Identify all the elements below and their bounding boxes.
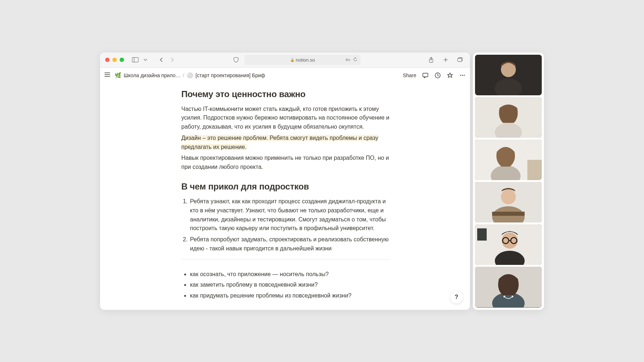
breadcrumb-root[interactable]: Школа дизайна прило… — [124, 72, 181, 78]
tabs-overview-icon[interactable] — [455, 55, 465, 65]
svg-rect-24 — [492, 212, 525, 216]
svg-point-22 — [501, 190, 516, 204]
workspace: 🔒 notion.so ⊕ᴀ — [86, 38, 558, 324]
bullet-list: как осознать, что приложение — носитель … — [181, 270, 390, 300]
close-window-button[interactable] — [105, 58, 110, 62]
list-item[interactable]: Ребята узнают, как как проходит процесс … — [189, 197, 390, 233]
chevron-down-icon[interactable] — [141, 55, 150, 65]
svg-point-10 — [464, 75, 465, 76]
svg-rect-5 — [458, 58, 462, 62]
heading-why-valuable[interactable]: Почему это ценностно важно — [181, 89, 390, 100]
svg-point-9 — [462, 75, 463, 76]
more-icon[interactable] — [459, 72, 466, 79]
paragraph-highlighted[interactable]: Дизайн – это решение проблем. Ребята смо… — [181, 134, 390, 152]
participant-tile[interactable] — [475, 224, 542, 265]
breadcrumb-sep: / — [183, 72, 184, 78]
breadcrumb-root-emoji: 🌿 — [115, 72, 121, 79]
svg-rect-6 — [423, 73, 428, 77]
url-host: notion.so — [296, 57, 315, 63]
paragraph[interactable]: Навык проектирования можно применить не … — [181, 154, 390, 172]
notion-topbar: 🌿 Школа дизайна прило… / ⚪ [старт проект… — [100, 68, 470, 83]
translate-icon[interactable]: ⊕ᴀ — [345, 57, 351, 63]
reload-icon[interactable] — [353, 57, 358, 63]
comments-icon[interactable] — [422, 72, 429, 79]
participant-tile[interactable] — [475, 140, 542, 180]
participant-tile[interactable] — [475, 267, 542, 307]
list-item[interactable]: Ребята попробуют задумать, спроектироват… — [189, 235, 390, 253]
paragraph[interactable]: Частью IT-коммьюнити может стать каждый,… — [181, 105, 390, 132]
participant-tile[interactable] — [475, 97, 542, 138]
address-bar[interactable]: 🔒 notion.so ⊕ᴀ — [244, 55, 360, 65]
help-button[interactable]: ? — [450, 291, 463, 303]
hamburger-icon[interactable] — [104, 72, 111, 78]
breadcrumb-page[interactable]: [старт проектирования] Бриф — [195, 72, 265, 78]
svg-point-8 — [460, 75, 461, 76]
list-item[interactable]: как заметить проблему в повседневной жиз… — [190, 280, 390, 290]
privacy-report-icon[interactable] — [231, 55, 241, 65]
video-call-panel — [473, 53, 544, 310]
share-button[interactable]: Share — [403, 72, 416, 78]
svg-rect-26 — [477, 228, 487, 241]
divider — [181, 259, 390, 259]
list-item[interactable]: как осознать, что приложение — носитель … — [190, 270, 390, 279]
svg-rect-0 — [132, 58, 139, 62]
sidebar-toggle-icon[interactable] — [131, 55, 140, 65]
heading-teens[interactable]: В чем прикол для подростков — [181, 181, 390, 192]
minimize-window-button[interactable] — [112, 58, 117, 62]
lock-icon: 🔒 — [290, 58, 294, 62]
updates-icon[interactable] — [434, 72, 441, 79]
forward-button[interactable] — [168, 55, 177, 65]
participant-tile[interactable] — [475, 182, 542, 222]
safari-toolbar: 🔒 notion.so ⊕ᴀ — [100, 53, 470, 68]
back-button[interactable] — [157, 55, 166, 65]
share-icon[interactable] — [426, 55, 436, 65]
ordered-list: Ребята узнают, как как проходит процесс … — [181, 197, 390, 253]
new-tab-icon[interactable] — [441, 55, 450, 65]
fullscreen-window-button[interactable] — [120, 58, 124, 62]
browser-window: 🔒 notion.so ⊕ᴀ — [100, 53, 470, 310]
list-item[interactable]: как придумать решение проблемы из повсед… — [190, 291, 390, 300]
window-controls — [105, 58, 124, 62]
breadcrumb: 🌿 Школа дизайна прило… / ⚪ [старт проект… — [115, 72, 265, 79]
svg-text:⊕ᴀ: ⊕ᴀ — [345, 58, 350, 62]
participant-tile[interactable] — [475, 55, 542, 95]
notion-page-content[interactable]: Почему это ценностно важно Частью IT-ком… — [100, 83, 470, 310]
favorite-icon[interactable] — [447, 72, 453, 79]
breadcrumb-page-emoji: ⚪ — [186, 72, 193, 79]
svg-rect-18 — [527, 160, 542, 180]
